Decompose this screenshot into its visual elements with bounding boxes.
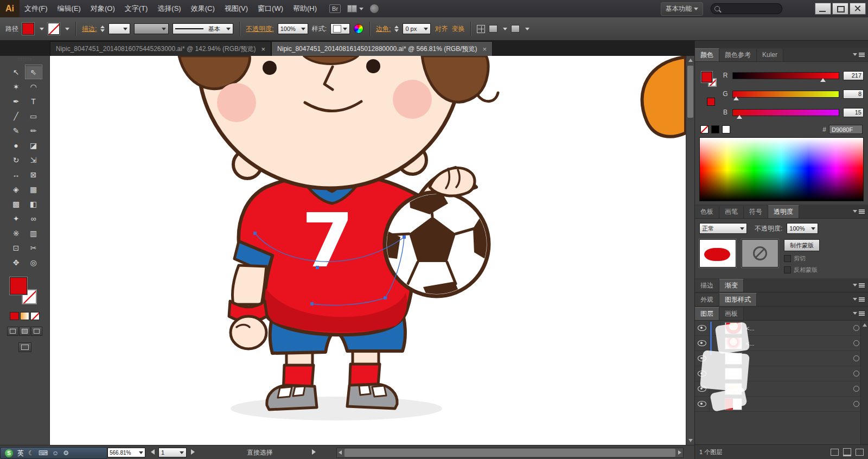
- previous-artboard-icon[interactable]: [151, 449, 155, 455]
- next-artboard-icon[interactable]: [191, 449, 195, 455]
- visibility-eye-icon[interactable]: [698, 340, 706, 346]
- orange-shape[interactable]: [642, 57, 686, 137]
- delete-layer-icon[interactable]: [856, 449, 864, 456]
- hand-tool[interactable]: ✥: [8, 255, 25, 270]
- gradient-button[interactable]: [20, 312, 29, 320]
- transform-link[interactable]: 变换: [451, 24, 464, 34]
- menu-object[interactable]: 对象(O): [86, 0, 120, 17]
- search-box[interactable]: [711, 3, 782, 14]
- black-swatch[interactable]: [711, 125, 719, 133]
- panel-menu-icon[interactable]: [853, 282, 865, 288]
- screen-mode-button[interactable]: [18, 342, 31, 352]
- draw-inside-mode-button[interactable]: [31, 327, 42, 336]
- tab-graphic-styles[interactable]: 图形样式: [719, 293, 757, 306]
- width-profile-combo[interactable]: [134, 23, 169, 34]
- scroll-up-icon[interactable]: [688, 59, 693, 62]
- isolate-options-icon[interactable]: [511, 25, 520, 33]
- panel-menu-icon[interactable]: [853, 208, 865, 214]
- zoom-combo[interactable]: 566.81%: [107, 448, 145, 457]
- width-tool[interactable]: ↔: [8, 167, 25, 182]
- minimize-button[interactable]: [815, 3, 831, 15]
- horizontal-scrollbar[interactable]: [336, 448, 684, 458]
- slider-thumb[interactable]: [820, 78, 826, 82]
- blend-tool[interactable]: ∞: [25, 211, 42, 226]
- tab-swatches[interactable]: 色板: [695, 206, 719, 218]
- tab-stroke[interactable]: 描边: [695, 279, 719, 292]
- visibility-eye-icon[interactable]: [698, 401, 706, 407]
- menu-type[interactable]: 文字(T): [120, 0, 153, 17]
- white-swatch[interactable]: [722, 125, 730, 133]
- pencil-tool[interactable]: ✏: [25, 123, 42, 138]
- moon-icon[interactable]: ☾: [28, 449, 34, 457]
- ime-toolbar[interactable]: S 英 ☾ ⌨ ☺ ⚙: [0, 447, 107, 459]
- draw-behind-mode-button[interactable]: [19, 327, 30, 336]
- ime-language-label[interactable]: 英: [17, 449, 24, 458]
- target-icon[interactable]: [853, 325, 859, 331]
- shape-options-icon[interactable]: [489, 25, 497, 33]
- search-input[interactable]: [720, 5, 778, 12]
- artwork[interactable]: 7: [50, 56, 686, 445]
- selection-tool[interactable]: ↖: [8, 65, 25, 79]
- pen-tool[interactable]: ✒: [8, 94, 25, 109]
- opacity-combo[interactable]: 100%: [278, 23, 308, 34]
- mesh-tool[interactable]: ▩: [8, 196, 25, 211]
- color-button[interactable]: [10, 312, 19, 320]
- layers-scrollbar[interactable]: [860, 321, 868, 444]
- fill-indicator[interactable]: [701, 72, 712, 82]
- hex-field[interactable]: D9080F: [829, 125, 863, 134]
- scroll-left-icon[interactable]: [339, 450, 342, 455]
- panel-menu-icon[interactable]: [853, 310, 865, 316]
- tab-color[interactable]: 颜色: [695, 48, 719, 61]
- gradient-tool[interactable]: ◧: [25, 196, 42, 211]
- zoom-tool[interactable]: ◎: [25, 255, 42, 270]
- artboard-tool[interactable]: ⊡: [8, 240, 25, 255]
- document-tab-inactive[interactable]: Nipic_8047451_20140816075445263000.ai* @…: [50, 41, 271, 56]
- visibility-eye-icon[interactable]: [698, 325, 706, 331]
- eyedropper-tool[interactable]: ✦: [8, 211, 25, 226]
- menu-effect[interactable]: 效果(C): [186, 0, 220, 17]
- color-spectrum[interactable]: [699, 137, 864, 201]
- fill-color-swatch[interactable]: [22, 23, 34, 35]
- fill-stroke-indicator[interactable]: [699, 66, 722, 123]
- left-arm[interactable]: [229, 265, 267, 349]
- lasso-tool[interactable]: ◠: [25, 79, 42, 94]
- chevron-down-icon[interactable]: [65, 28, 69, 30]
- none-button[interactable]: [30, 312, 40, 320]
- green-slider[interactable]: [732, 91, 839, 98]
- eraser-tool[interactable]: ◪: [25, 138, 42, 152]
- fill-swatch[interactable]: [10, 277, 27, 295]
- scrollbar-thumb[interactable]: [344, 449, 675, 457]
- arrange-documents-icon[interactable]: [347, 5, 357, 12]
- line-segment-tool[interactable]: ╱: [8, 109, 25, 123]
- scroll-up-icon[interactable]: [863, 323, 867, 327]
- layer-name[interactable]: <...: [746, 340, 853, 347]
- menu-view[interactable]: 视图(V): [220, 0, 253, 17]
- stroke-weight-stepper[interactable]: [100, 25, 105, 32]
- bridge-button[interactable]: Br: [329, 4, 341, 13]
- tab-artboards[interactable]: 画板: [719, 308, 744, 320]
- brush-definition-combo[interactable]: 基本: [173, 23, 233, 34]
- draw-normal-mode-button[interactable]: [7, 327, 18, 336]
- new-layer-icon[interactable]: [843, 448, 851, 456]
- tab-appearance[interactable]: 外观: [695, 294, 719, 306]
- menu-edit[interactable]: 编辑(E): [53, 0, 86, 17]
- layer-name[interactable]: <...: [746, 325, 853, 331]
- blue-slider[interactable]: [732, 109, 839, 116]
- target-icon[interactable]: [853, 401, 859, 407]
- tab-layers[interactable]: 图层: [695, 307, 719, 320]
- tab-transparency[interactable]: 透明度: [768, 205, 799, 218]
- slider-thumb[interactable]: [733, 97, 739, 100]
- close-tab-icon[interactable]: ×: [261, 45, 265, 53]
- tab-gradient[interactable]: 渐变: [719, 279, 744, 292]
- emoji-icon[interactable]: ☺: [52, 449, 59, 457]
- paintbrush-tool[interactable]: ✎: [8, 123, 25, 138]
- cs-live-icon[interactable]: [370, 4, 379, 13]
- free-transform-tool[interactable]: ⊠: [25, 167, 42, 182]
- perspective-grid-tool[interactable]: ▦: [25, 182, 42, 196]
- symbol-sprayer-tool[interactable]: ※: [8, 226, 25, 240]
- close-tab-icon[interactable]: ×: [483, 45, 487, 53]
- document-tab-active[interactable]: Nipic_8047451_20140816145012880000.ai* @…: [271, 41, 493, 56]
- style-combo[interactable]: [330, 23, 350, 34]
- tab-brushes[interactable]: 画笔: [719, 206, 744, 218]
- opacity-combo[interactable]: 100%: [787, 223, 818, 234]
